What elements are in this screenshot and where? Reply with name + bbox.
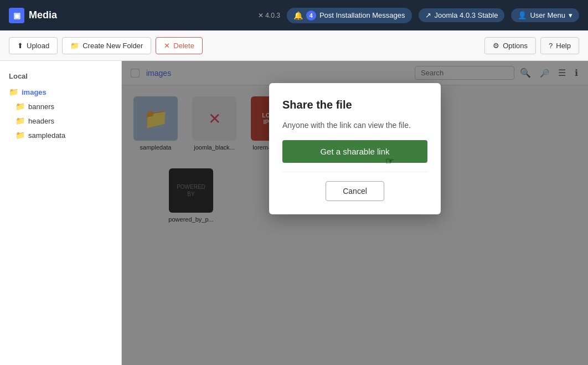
sidebar-item-images[interactable]: 📁 images — [0, 85, 121, 99]
help-button[interactable]: ? Help — [540, 37, 579, 54]
help-icon: ? — [549, 42, 553, 50]
create-folder-button[interactable]: 📁 Create New Folder — [62, 37, 151, 54]
sidebar-title: Local — [0, 70, 121, 85]
folder-icon: 📁 — [16, 116, 25, 125]
sidebar-item-headers[interactable]: 📁 headers — [0, 114, 121, 128]
options-label: Options — [503, 42, 528, 50]
notifications-count: 4 — [306, 11, 316, 20]
sidebar-item-sampledata-label: sampledata — [28, 131, 65, 140]
user-menu[interactable]: 👤 User Menu ▾ — [511, 8, 579, 22]
app-title: Media — [29, 9, 57, 21]
get-sharable-link-button[interactable]: Get a sharable link — [282, 140, 427, 163]
modal-overlay: Share the file Anyone with the link can … — [122, 61, 588, 365]
post-install-label: Post Installation Messages — [319, 11, 405, 19]
help-label: Help — [556, 42, 571, 50]
folder-icon: 📁 — [16, 102, 25, 111]
sidebar-item-banners-label: banners — [28, 102, 54, 111]
delete-icon: ✕ — [164, 42, 170, 50]
file-area: images 🔍 🔎 ☰ ℹ 📁 sampledata ✕ — [122, 61, 588, 365]
cancel-button-label: Cancel — [343, 187, 367, 196]
folder-icon: 📁 — [16, 131, 25, 140]
options-icon: ⚙ — [493, 42, 499, 50]
bell-icon: 🔔 — [293, 11, 303, 20]
cancel-button[interactable]: Cancel — [326, 181, 384, 201]
modal-title: Share the file — [282, 99, 427, 111]
user-menu-label: User Menu — [530, 11, 565, 19]
version-label: ✕ 4.0.3 — [258, 12, 280, 19]
upload-icon: ⬆ — [17, 42, 23, 50]
share-modal: Share the file Anyone with the link can … — [269, 83, 441, 214]
toolbar: ⬆ Upload 📁 Create New Folder ✕ Delete ⚙ … — [0, 30, 588, 61]
topnav: ▣ Media ✕ 4.0.3 🔔 4 Post Installation Me… — [0, 0, 588, 30]
folder-icon: 📁 — [9, 88, 18, 96]
delete-label: Delete — [173, 42, 194, 50]
joomla-label: Joomla 4.0.3 Stable — [435, 11, 498, 19]
joomla-link[interactable]: ↗ Joomla 4.0.3 Stable — [419, 8, 505, 22]
options-button[interactable]: ⚙ Options — [484, 37, 536, 54]
sidebar-item-banners[interactable]: 📁 banners — [0, 99, 121, 114]
modal-description: Anyone with the link can view the file. — [282, 120, 427, 131]
delete-button[interactable]: ✕ Delete — [156, 37, 203, 54]
brand: ▣ Media — [9, 8, 57, 23]
toolbar-right: ⚙ Options ? Help — [484, 37, 579, 54]
sidebar: Local 📁 images 📁 banners 📁 headers 📁 sam… — [0, 61, 122, 365]
sidebar-item-sampledata[interactable]: 📁 sampledata — [0, 128, 121, 142]
folder-icon: 📁 — [70, 42, 79, 50]
upload-button[interactable]: ⬆ Upload — [9, 37, 58, 54]
brand-icon: ▣ — [9, 8, 24, 23]
notifications-badge[interactable]: 🔔 4 Post Installation Messages — [287, 8, 412, 23]
sidebar-item-images-label: images — [22, 88, 47, 96]
main-content: Local 📁 images 📁 banners 📁 headers 📁 sam… — [0, 61, 588, 365]
chevron-down-icon: ▾ — [569, 11, 572, 19]
external-icon: ↗ — [425, 11, 431, 19]
modal-divider — [282, 172, 427, 172]
user-icon: 👤 — [518, 11, 527, 19]
upload-label: Upload — [27, 42, 49, 50]
sidebar-item-headers-label: headers — [28, 117, 54, 125]
share-button-label: Get a sharable link — [320, 147, 389, 156]
create-folder-label: Create New Folder — [82, 42, 143, 50]
